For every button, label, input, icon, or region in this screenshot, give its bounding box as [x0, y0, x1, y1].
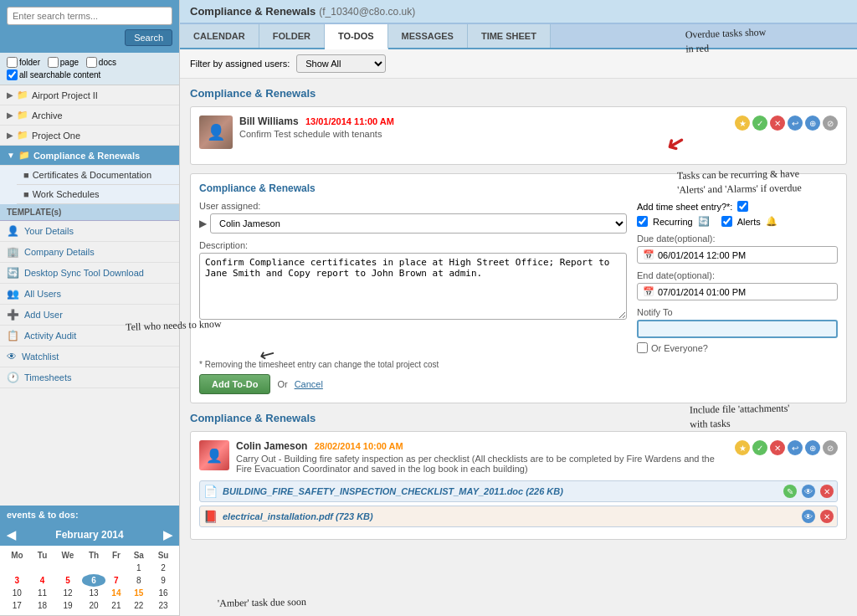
task2-action-blue2[interactable]: ⊕: [805, 440, 820, 455]
cal-day[interactable]: 2: [151, 562, 176, 574]
recurring-label: Recurring: [653, 217, 693, 227]
cal-day[interactable]: 1: [126, 562, 151, 574]
attachment2-delete[interactable]: ✕: [820, 510, 834, 523]
filter-select[interactable]: Show All Colin Jameson Bill Williams: [296, 54, 386, 73]
cal-day[interactable]: 12: [54, 587, 81, 599]
content-area: Compliance & Renewals 👤 Bill Williams 13…: [180, 79, 857, 616]
cal-day[interactable]: 7: [105, 574, 126, 587]
tab-todos[interactable]: TO-DOS: [325, 24, 388, 49]
cal-day[interactable]: 4: [31, 574, 54, 587]
search-button[interactable]: Search: [125, 29, 172, 46]
calendar-prev-button[interactable]: ◀: [7, 528, 16, 542]
or-everyone-checkbox[interactable]: [637, 342, 648, 353]
attachment1-edit[interactable]: ✎: [783, 485, 797, 498]
add-todo-button[interactable]: Add To-Do: [199, 374, 270, 394]
sidebar-item-all-users[interactable]: 👥 All Users: [0, 284, 179, 305]
all-content-checkbox[interactable]: [7, 69, 18, 80]
sidebar-item-archive[interactable]: ▶ 📁 Archive: [0, 105, 179, 126]
tab-messages[interactable]: MESSAGES: [388, 24, 468, 48]
sidebar-item-company-details[interactable]: 🏢 Company Details: [0, 242, 179, 263]
cal-day[interactable]: 9: [151, 574, 176, 587]
cal-day[interactable]: 10: [3, 587, 31, 599]
task2-avatar: 👤: [199, 440, 229, 470]
folder-checkbox[interactable]: [7, 57, 18, 68]
alerts-checkbox[interactable]: [721, 216, 732, 227]
description-textarea[interactable]: Confirm Compliance certificates in place…: [199, 253, 627, 320]
folder-icon: 📁: [18, 150, 30, 161]
tab-folder[interactable]: FOLDER: [259, 24, 325, 48]
task1-action-gray[interactable]: ⊘: [823, 116, 838, 131]
cancel-button[interactable]: Cancel: [295, 379, 323, 389]
events-section-header: events & to dos:: [0, 506, 179, 524]
tab-calendar[interactable]: CALENDAR: [180, 24, 259, 48]
or-text: Or: [277, 379, 287, 389]
task1-actions: ★ ✓ ✕ ↩ ⊕ ⊘: [735, 116, 838, 131]
cal-header-mo: Mo: [3, 549, 31, 562]
users-icon: 👥: [7, 288, 19, 300]
task2-action-red[interactable]: ✕: [770, 440, 785, 455]
cal-day[interactable]: 21: [105, 599, 126, 612]
task2-header: 👤 Colin Jameson 28/02/2014 10:00 AM Carr…: [199, 440, 838, 474]
cal-day[interactable]: 20: [82, 599, 106, 612]
sidebar-item-sync-tool[interactable]: 🔄 Desktop Sync Tool Download: [0, 263, 179, 284]
calendar-icon: 📅: [643, 249, 654, 260]
task2-action-gray[interactable]: ⊘: [823, 440, 838, 455]
sidebar-item-compliance[interactable]: ▼ 📁 Compliance & Renewals: [0, 146, 179, 166]
task1-action-yellow[interactable]: ★: [735, 116, 750, 131]
cal-day[interactable]: 13: [82, 587, 106, 599]
cal-day[interactable]: 6: [82, 574, 106, 587]
sidebar-item-certificates[interactable]: ■ Certificates & Documentation: [17, 166, 179, 185]
task1-action-blue[interactable]: ↩: [788, 116, 803, 131]
search-input[interactable]: [7, 7, 172, 25]
folder-icon: 📁: [17, 110, 28, 121]
task1-description: Confirm Test schedule with tenants: [239, 129, 728, 139]
end-date-field[interactable]: 📅 07/01/2014 01:00 PM: [637, 283, 838, 300]
calendar-month-label: February 2014: [55, 529, 123, 541]
page-checkbox[interactable]: [48, 57, 59, 68]
notify-input[interactable]: Jason Smith (jason@example.co.uk): [637, 320, 838, 338]
cal-day[interactable]: 14: [105, 587, 126, 599]
due-date-value: 06/01/2014 12:00 PM: [658, 250, 746, 260]
filter-bar: Filter by assigned users: Show All Colin…: [180, 49, 857, 79]
cal-day[interactable]: 18: [31, 599, 54, 612]
task2-action-yellow[interactable]: ★: [735, 440, 750, 455]
attachment1-delete[interactable]: ✕: [820, 485, 834, 498]
cal-day[interactable]: 8: [126, 574, 151, 587]
form-section: Compliance & Renewals User assigned: ▶ C…: [190, 173, 847, 403]
filter-label: Filter by assigned users:: [190, 59, 290, 69]
task2-action-blue[interactable]: ↩: [788, 440, 803, 455]
attachment2-view[interactable]: 👁: [802, 510, 815, 523]
sidebar-item-work-schedules[interactable]: ■ Work Schedules: [17, 185, 179, 204]
cal-day[interactable]: 17: [3, 599, 31, 612]
nav-section-templates: TEMPLATE(s): [0, 204, 179, 221]
cal-day[interactable]: 22: [126, 599, 151, 612]
sidebar-item-your-details[interactable]: 👤 Your Details: [0, 221, 179, 242]
cal-day[interactable]: 16: [151, 587, 176, 599]
cal-day[interactable]: 23: [151, 599, 176, 612]
cal-day[interactable]: 19: [54, 599, 81, 612]
cal-day[interactable]: 5: [54, 574, 81, 587]
due-date-field[interactable]: 📅 06/01/2014 12:00 PM: [637, 246, 838, 264]
attachment1-name: BUILDING_FIRE_SAFETY_INSPECTION_CHECKLIS…: [223, 486, 778, 496]
sidebar-item-project-one[interactable]: ▶ 📁 Project One: [0, 126, 179, 146]
sidebar-item-watchlist[interactable]: 👁 Watchlist: [0, 346, 179, 367]
cal-day[interactable]: 11: [31, 587, 54, 599]
recurring-checkbox[interactable]: [637, 216, 648, 227]
cal-day[interactable]: 15: [126, 587, 151, 599]
sidebar-item-airport[interactable]: ▶ 📁 Airport Project II: [0, 85, 179, 105]
task1-action-green[interactable]: ✓: [752, 116, 767, 131]
attachment1-view[interactable]: 👁: [802, 485, 815, 498]
calendar-icon2: 📅: [643, 286, 654, 297]
calendar-next-button[interactable]: ▶: [163, 528, 172, 542]
attachment2-row: 📕 electrical_installation.pdf (723 KB) 👁…: [199, 506, 838, 527]
cal-day[interactable]: 3: [3, 574, 31, 587]
task1-name-row: Bill Williams 13/01/2014 11:00 AM: [239, 116, 728, 127]
task1-action-blue2[interactable]: ⊕: [805, 116, 820, 131]
task2-action-green[interactable]: ✓: [752, 440, 767, 455]
docs-checkbox[interactable]: [86, 57, 97, 68]
sidebar-item-timesheets[interactable]: 🕐 Timesheets: [0, 367, 179, 388]
task1-action-red[interactable]: ✕: [770, 116, 785, 131]
timesheet-checkbox[interactable]: [737, 201, 748, 212]
user-assigned-select[interactable]: Colin Jameson: [210, 213, 627, 234]
tab-timesheet[interactable]: TIME SHEET: [468, 24, 551, 48]
